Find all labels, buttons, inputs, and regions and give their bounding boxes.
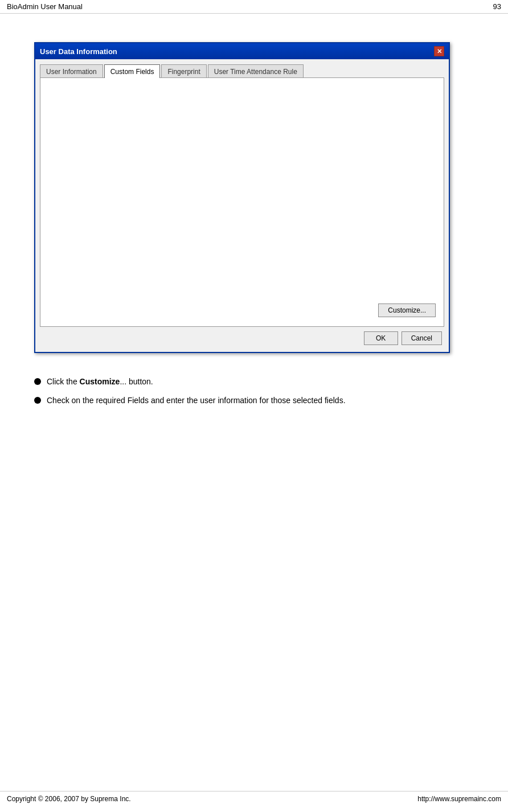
instruction-item-2: Check on the required Fields and enter t… bbox=[34, 395, 474, 407]
footer-left: Copyright © 2006, 2007 by Suprema Inc. bbox=[7, 795, 131, 803]
cancel-button[interactable]: Cancel bbox=[402, 331, 442, 345]
instructions-list: Click the Customize... button. Check on … bbox=[34, 376, 474, 407]
instruction-text-1: Click the Customize... button. bbox=[47, 376, 153, 388]
ok-button[interactable]: OK bbox=[364, 331, 398, 345]
dialog-action-buttons: OK Cancel bbox=[40, 327, 444, 347]
footer-right: http://www.supremainc.com bbox=[417, 795, 501, 803]
bullet-dot-1 bbox=[34, 378, 41, 385]
tab-content-area: Customize... bbox=[40, 77, 444, 327]
dialog-title: User Data Information bbox=[40, 47, 117, 56]
bullet-dot-2 bbox=[34, 397, 41, 404]
instruction-item-1: Click the Customize... button. bbox=[34, 376, 474, 388]
header-title: BioAdmin User Manual bbox=[7, 2, 83, 11]
tab-user-time-attendance-rule[interactable]: User Time Attendance Rule bbox=[208, 64, 304, 78]
dialog-body: User Information Custom Fields Fingerpri… bbox=[35, 59, 449, 352]
customize-bold: Customize bbox=[80, 377, 120, 386]
header-page-number: 93 bbox=[493, 2, 501, 11]
tab-fingerprint[interactable]: Fingerprint bbox=[161, 64, 206, 78]
custom-fields-content bbox=[46, 84, 438, 300]
customize-button[interactable]: Customize... bbox=[378, 304, 436, 317]
tab-custom-fields[interactable]: Custom Fields bbox=[104, 64, 161, 78]
dialog-window: User Data Information ✕ User Information… bbox=[34, 42, 450, 353]
page-footer: Copyright © 2006, 2007 by Suprema Inc. h… bbox=[0, 791, 508, 806]
dialog-titlebar: User Data Information ✕ bbox=[35, 43, 449, 59]
tabs-row: User Information Custom Fields Fingerpri… bbox=[40, 64, 444, 77]
instruction-text-2: Check on the required Fields and enter t… bbox=[47, 395, 346, 407]
tab-user-information[interactable]: User Information bbox=[40, 64, 103, 78]
customize-button-row: Customize... bbox=[46, 300, 438, 321]
dialog-close-button[interactable]: ✕ bbox=[434, 46, 444, 56]
page-content: User Data Information ✕ User Information… bbox=[0, 14, 508, 430]
page-header: BioAdmin User Manual 93 bbox=[0, 0, 508, 14]
